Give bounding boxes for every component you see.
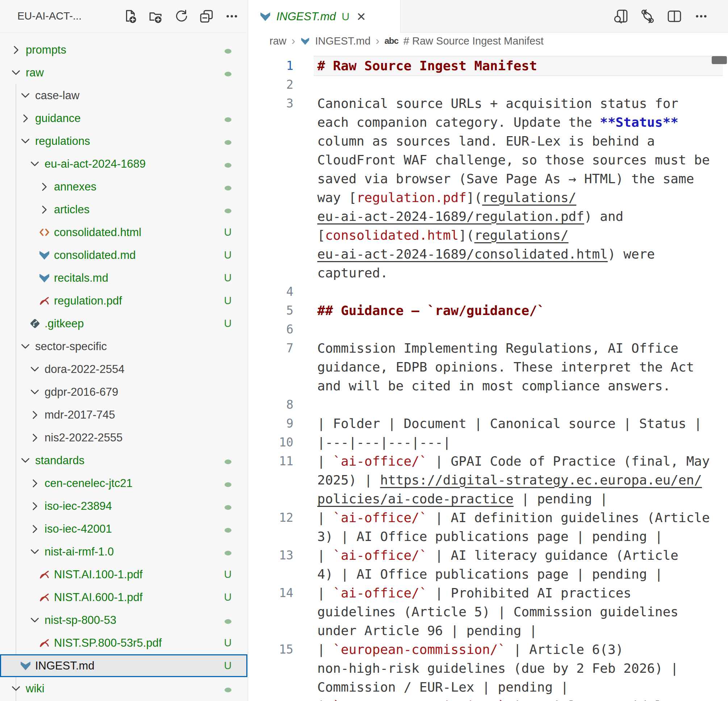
- tree-item[interactable]: annexes: [0, 175, 247, 198]
- code-text: | `european-commission/` | Article 6(3): [317, 640, 623, 659]
- tree-item-label: guidance: [35, 112, 81, 125]
- line-number: [248, 621, 293, 640]
- line-number: [248, 188, 293, 207]
- chevron-down-icon[interactable]: [27, 385, 42, 400]
- tree-item[interactable]: consolidated.htmlU: [0, 221, 247, 244]
- tree-item[interactable]: cen-cenelec-jtc21: [0, 472, 247, 495]
- tree-item[interactable]: iso-iec-23894: [0, 495, 247, 518]
- chevron-down-icon[interactable]: [27, 613, 42, 627]
- tree-item[interactable]: nis2-2022-2555: [0, 426, 247, 449]
- new-file-icon[interactable]: [123, 8, 138, 24]
- tab-bar: INGEST.md U ×: [248, 0, 728, 33]
- code-text: 3) | AI Office publications page | pendi…: [317, 527, 663, 546]
- tab-ingest-md[interactable]: INGEST.md U ×: [248, 0, 400, 33]
- tree-item[interactable]: guidance: [0, 107, 247, 130]
- tree-item[interactable]: NIST.AI.100-1.pdfU: [0, 563, 247, 586]
- tree-item[interactable]: raw: [0, 61, 247, 84]
- tree-item[interactable]: wiki: [0, 677, 247, 700]
- code-text: each companion category. Update the **St…: [317, 113, 678, 132]
- tree-item[interactable]: iso-iec-42001: [0, 518, 247, 540]
- chevron-right-icon[interactable]: [37, 180, 51, 194]
- tree-item[interactable]: eu-ai-act-2024-1689: [0, 153, 247, 175]
- line-number: [248, 169, 293, 188]
- chevron-down-icon[interactable]: [27, 545, 42, 559]
- scrollbar-thumb[interactable]: [712, 56, 727, 64]
- code-line: 11| `ai-office/` | GPAI Code of Practice…: [248, 452, 728, 471]
- tree-item[interactable]: recitals.mdU: [0, 267, 247, 289]
- tree-item[interactable]: nist-sp-800-53: [0, 609, 247, 632]
- breadcrumb-item-file[interactable]: INGEST.md: [315, 35, 371, 47]
- tree-item-label: NIST.AI.600-1.pdf: [54, 591, 143, 604]
- refresh-icon[interactable]: [173, 8, 189, 24]
- close-icon[interactable]: ×: [357, 9, 366, 24]
- chevron-right-icon[interactable]: [18, 111, 33, 125]
- more-icon[interactable]: [693, 8, 709, 24]
- collapse-all-icon[interactable]: [198, 8, 214, 24]
- line-number: [248, 489, 293, 508]
- compare-changes-icon[interactable]: [640, 8, 656, 24]
- tree-item[interactable]: standards: [0, 449, 247, 472]
- tree-item[interactable]: nist-ai-rmf-1.0: [0, 540, 247, 563]
- git-status-untracked-badge: U: [221, 295, 235, 307]
- tree-item-label: wiki: [26, 682, 45, 695]
- chevron-right-icon[interactable]: [37, 202, 51, 217]
- markdown-icon: [259, 10, 271, 22]
- chevron-right-icon[interactable]: [9, 43, 23, 57]
- code-line: guidelines (Article 5) | Commission guid…: [248, 603, 728, 621]
- code-editor[interactable]: 1# Raw Source Ingest Manifest23Canonical…: [248, 49, 728, 701]
- code-line: non-high-risk guidelines (due by 2 Feb 2…: [248, 659, 728, 678]
- tree-item-label: nist-sp-800-53: [45, 614, 116, 627]
- chevron-right-icon[interactable]: [27, 476, 42, 490]
- tree-item[interactable]: case-law: [0, 84, 247, 107]
- search-editor-icon[interactable]: [613, 8, 629, 24]
- line-number: 6: [248, 320, 293, 339]
- tree-item[interactable]: regulation.pdfU: [0, 289, 247, 312]
- tree-item[interactable]: gdpr-2016-679: [0, 381, 247, 403]
- breadcrumb-item-raw[interactable]: raw: [269, 35, 286, 47]
- split-editor-icon[interactable]: [666, 8, 682, 24]
- tree-item[interactable]: prompts: [0, 38, 247, 61]
- tree-item[interactable]: regulations: [0, 130, 247, 153]
- breadcrumb-item-heading[interactable]: # Raw Source Ingest Manifest: [403, 35, 544, 47]
- pdf-file-icon: [37, 636, 51, 650]
- editor-actions: [613, 0, 728, 33]
- line-number: 14: [248, 584, 293, 603]
- line-number: 10: [248, 433, 293, 452]
- git-status-dot: [221, 157, 235, 170]
- git-status-untracked-badge: U: [221, 660, 235, 672]
- git-status-untracked-badge: U: [221, 317, 235, 329]
- tree-item-label: annexes: [54, 180, 96, 193]
- chevron-right-icon[interactable]: [27, 431, 42, 445]
- chevron-down-icon[interactable]: [18, 339, 33, 354]
- line-number: [248, 151, 293, 169]
- chevron-down-icon[interactable]: [27, 362, 42, 376]
- code-text: eu-ai-act-2024-1689/regulation.pdf) and: [317, 207, 623, 226]
- code-line: [consolidated.html](regulations/: [248, 226, 728, 245]
- tree-item[interactable]: .gitkeepU: [0, 312, 247, 335]
- chevron-right-icon[interactable]: [27, 522, 42, 536]
- tree-item-label: .gitkeep: [45, 317, 84, 330]
- tree-item[interactable]: NIST.AI.600-1.pdfU: [0, 586, 247, 609]
- tree-item[interactable]: NIST.SP.800-53r5.pdfU: [0, 632, 247, 654]
- tree-item[interactable]: articles: [0, 198, 247, 221]
- chevron-down-icon[interactable]: [9, 681, 23, 696]
- more-icon[interactable]: [224, 8, 240, 24]
- chevron-down-icon[interactable]: [18, 88, 33, 103]
- chevron-down-icon[interactable]: [27, 157, 42, 171]
- tree-item[interactable]: sector-specific: [0, 335, 247, 358]
- code-text: under Article 96 | pending |: [317, 621, 537, 640]
- tree-item[interactable]: dora-2022-2554: [0, 358, 247, 381]
- tree-item-label: consolidated.md: [54, 249, 136, 262]
- vscode-window: EU-AI-ACT-... promptsrawcase-lawguidance…: [0, 0, 728, 701]
- chevron-right-icon[interactable]: [27, 499, 42, 513]
- git-status-dot: [221, 203, 235, 216]
- chevron-down-icon[interactable]: [9, 66, 23, 80]
- tree-item[interactable]: mdr-2017-745: [0, 403, 247, 426]
- chevron-down-icon[interactable]: [18, 134, 33, 149]
- line-number: 11: [248, 452, 293, 471]
- chevron-down-icon[interactable]: [18, 453, 33, 468]
- new-folder-icon[interactable]: [148, 8, 164, 24]
- tree-item[interactable]: INGEST.mdU: [0, 654, 247, 677]
- chevron-right-icon[interactable]: [27, 408, 42, 422]
- tree-item[interactable]: consolidated.mdU: [0, 244, 247, 267]
